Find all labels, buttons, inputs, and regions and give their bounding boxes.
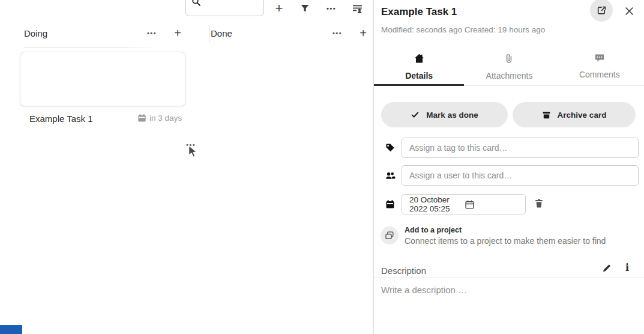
mark-as-done-button[interactable]: Mark as done [381, 102, 508, 127]
filter-icon [300, 4, 310, 13]
column-title-doing: Doing [24, 28, 47, 38]
search-icon [191, 0, 201, 7]
check-icon [411, 111, 420, 119]
assign-user-input[interactable] [402, 165, 639, 186]
panel-title: Example Task 1 [381, 6, 457, 18]
archive-card-label: Archive card [558, 111, 607, 120]
tab-attachments-label: Attachments [486, 71, 533, 80]
tag-icon [385, 143, 395, 153]
card-due-date: in 3 days [137, 114, 182, 123]
add-to-project-title[interactable]: Add to a project [405, 226, 462, 234]
close-icon [624, 6, 634, 16]
card-title: Example Task 1 [29, 114, 93, 124]
column-title-done: Done [211, 28, 232, 38]
close-panel-button[interactable] [622, 4, 636, 17]
projects-icon [385, 231, 394, 240]
panel-tabs: Details Attachments Comments [374, 51, 644, 86]
description-label: Description [381, 266, 426, 276]
archive-icon [542, 111, 551, 120]
tab-comments[interactable]: Comments [555, 51, 644, 85]
pencil-icon [602, 263, 612, 273]
calendar-icon [385, 199, 395, 209]
more-icon: ••• [186, 141, 196, 148]
card-menu-button[interactable]: ••• [186, 140, 196, 149]
edit-description-button[interactable] [602, 263, 612, 273]
board-menu-button[interactable]: ••• [323, 0, 340, 17]
card-due-label: in 3 days [149, 114, 182, 123]
tab-attachments[interactable]: Attachments [464, 51, 554, 85]
panel-meta: Modified: seconds ago Created: 19 hours … [381, 25, 545, 34]
archive-card-button[interactable]: Archive card [513, 102, 636, 127]
description-divider [374, 278, 644, 278]
column-doing-add-button[interactable]: + [170, 25, 185, 41]
search-input[interactable] [202, 2, 260, 14]
calendar-picker-icon[interactable] [465, 199, 520, 210]
list-user-icon [352, 4, 363, 14]
assign-tag-input[interactable] [402, 138, 639, 158]
task-card[interactable]: Example Task 1 in 3 days ••• [20, 52, 186, 106]
comment-icon [595, 53, 604, 62]
description-placeholder[interactable]: Write a description … [381, 285, 467, 295]
more-icon: ••• [327, 5, 336, 12]
home-icon [414, 53, 424, 64]
remove-due-date-button[interactable] [534, 198, 544, 208]
add-to-project-subtitle: Connect items to a project to make them … [405, 236, 606, 246]
tab-details[interactable]: Details [374, 51, 464, 85]
plus-icon: + [360, 27, 367, 39]
column-doing-menu-button[interactable]: ••• [144, 25, 160, 41]
column-divider [209, 25, 209, 43]
accent-square [0, 325, 22, 334]
open-in-window-button[interactable] [590, 0, 613, 22]
trash-icon [534, 198, 544, 208]
column-done-add-button[interactable]: + [355, 25, 371, 41]
paperclip-icon [504, 53, 514, 64]
more-icon: ••• [147, 29, 157, 37]
search-box [185, 0, 264, 16]
description-info-button[interactable]: i [625, 262, 629, 273]
due-date-field[interactable]: 20 October 2022 05:25 [402, 194, 526, 214]
add-card-button[interactable]: + [271, 0, 287, 17]
card-details-panel: Example Task 1 Modified: seconds ago Cre… [373, 0, 644, 334]
tab-details-label: Details [405, 71, 433, 80]
external-link-icon [597, 5, 607, 16]
users-icon [385, 171, 396, 180]
mark-as-done-label: Mark as done [426, 111, 478, 120]
plus-icon: + [275, 2, 283, 15]
plus-icon: + [174, 27, 181, 39]
column-header-underline [24, 47, 160, 47]
due-date-value: 20 October 2022 05:25 [409, 195, 465, 213]
more-icon: ••• [333, 29, 342, 37]
project-icon-circle [381, 226, 399, 244]
app-window: + ••• Doing ••• + Done ••• + Example Tas… [0, 0, 644, 334]
board-details-toggle-button[interactable] [349, 0, 366, 17]
column-done-menu-button[interactable]: ••• [330, 25, 345, 41]
filter-button[interactable] [296, 0, 313, 17]
tab-comments-label: Comments [579, 70, 620, 79]
calendar-icon [137, 114, 146, 123]
